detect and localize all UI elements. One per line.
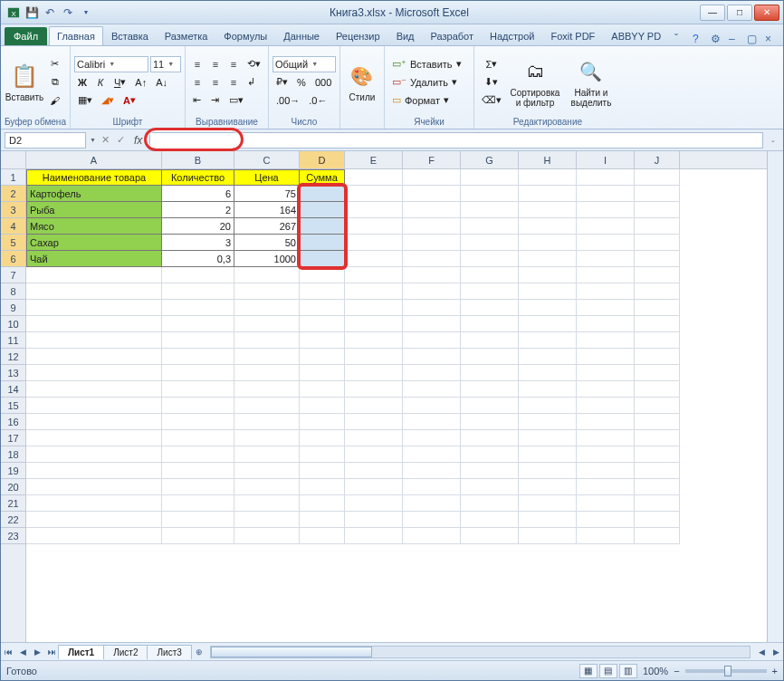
undo-icon[interactable]: ↶: [43, 5, 57, 20]
cell-H23[interactable]: [519, 528, 577, 544]
cell-D3[interactable]: [300, 202, 345, 218]
cell-J19[interactable]: [635, 463, 680, 479]
doc-restore-icon[interactable]: ▢: [747, 33, 760, 45]
cell-C5[interactable]: 50: [234, 235, 300, 251]
row-header-15[interactable]: 15: [1, 398, 25, 414]
cell-G15[interactable]: [461, 398, 519, 414]
cell-J13[interactable]: [635, 365, 680, 381]
cell-J11[interactable]: [635, 332, 680, 349]
cell-A3[interactable]: Рыба: [26, 202, 162, 218]
cell-B15[interactable]: [162, 398, 234, 414]
cell-I11[interactable]: [577, 332, 635, 349]
cell-J8[interactable]: [635, 283, 680, 300]
cell-J2[interactable]: [635, 186, 680, 202]
row-header-8[interactable]: 8: [1, 283, 25, 300]
cells-area[interactable]: Наименование товараКоличествоЦенаСуммаКа…: [26, 169, 767, 642]
page-break-view-button[interactable]: ▥: [619, 664, 637, 678]
cell-F19[interactable]: [403, 463, 461, 479]
cell-F8[interactable]: [403, 283, 461, 300]
cell-G4[interactable]: [461, 218, 519, 235]
cell-E11[interactable]: [345, 332, 403, 349]
cell-G1[interactable]: [461, 169, 519, 186]
cell-C10[interactable]: [234, 316, 300, 332]
cell-D19[interactable]: [300, 463, 345, 479]
cell-J22[interactable]: [635, 512, 680, 528]
cell-G9[interactable]: [461, 300, 519, 316]
cell-I14[interactable]: [577, 381, 635, 398]
cell-C7[interactable]: [234, 267, 300, 283]
cell-A13[interactable]: [26, 365, 162, 381]
cell-A12[interactable]: [26, 349, 162, 365]
cell-A22[interactable]: [26, 512, 162, 528]
cell-C6[interactable]: 1000: [234, 251, 300, 267]
row-header-16[interactable]: 16: [1, 414, 25, 430]
tab-разметка[interactable]: Разметка: [157, 26, 216, 45]
zoom-out-button[interactable]: −: [674, 666, 679, 676]
cell-J21[interactable]: [635, 495, 680, 512]
row-header-20[interactable]: 20: [1, 479, 25, 495]
cell-B8[interactable]: [162, 283, 234, 300]
cell-F15[interactable]: [403, 398, 461, 414]
cell-E13[interactable]: [345, 365, 403, 381]
cell-B12[interactable]: [162, 349, 234, 365]
cell-F6[interactable]: [403, 251, 461, 267]
cell-C4[interactable]: 267: [234, 218, 300, 235]
cell-H18[interactable]: [519, 446, 577, 463]
cell-D15[interactable]: [300, 398, 345, 414]
cell-F21[interactable]: [403, 495, 461, 512]
cell-J10[interactable]: [635, 316, 680, 332]
cell-E5[interactable]: [345, 235, 403, 251]
cell-G11[interactable]: [461, 332, 519, 349]
tab-рецензир[interactable]: Рецензир: [328, 26, 388, 45]
cell-C17[interactable]: [234, 430, 300, 446]
cell-B23[interactable]: [162, 528, 234, 544]
align-right-button[interactable]: ≡: [225, 74, 242, 91]
cell-F12[interactable]: [403, 349, 461, 365]
zoom-in-button[interactable]: +: [772, 666, 778, 676]
zoom-level[interactable]: 100%: [643, 666, 668, 676]
row-header-5[interactable]: 5: [1, 235, 25, 251]
cell-I21[interactable]: [577, 495, 635, 512]
cell-E18[interactable]: [345, 446, 403, 463]
cell-G18[interactable]: [461, 446, 519, 463]
cell-C22[interactable]: [234, 512, 300, 528]
cell-E16[interactable]: [345, 414, 403, 430]
normal-view-button[interactable]: ▦: [579, 664, 598, 678]
hscroll-right[interactable]: ▶: [769, 646, 783, 658]
decrease-decimal-button[interactable]: .0←: [305, 92, 330, 109]
cell-E21[interactable]: [345, 495, 403, 512]
styles-button[interactable]: 🎨 Стили: [344, 53, 380, 112]
cell-I19[interactable]: [577, 463, 635, 479]
cell-D12[interactable]: [300, 349, 345, 365]
row-header-12[interactable]: 12: [1, 349, 25, 365]
cell-H19[interactable]: [519, 463, 577, 479]
merge-button[interactable]: ▭▾: [225, 92, 247, 109]
cell-H5[interactable]: [519, 235, 577, 251]
cell-C12[interactable]: [234, 349, 300, 365]
doc-close-icon[interactable]: ×: [765, 33, 778, 45]
cell-E17[interactable]: [345, 430, 403, 446]
fx-cancel-icon[interactable]: ✕: [100, 134, 111, 146]
cell-A16[interactable]: [26, 414, 162, 430]
cell-G3[interactable]: [461, 202, 519, 218]
cell-H7[interactable]: [519, 267, 577, 283]
cell-D14[interactable]: [300, 381, 345, 398]
sheet-tab-Лист1[interactable]: Лист1: [58, 645, 104, 659]
row-header-6[interactable]: 6: [1, 251, 25, 267]
cell-E8[interactable]: [345, 283, 403, 300]
cell-A20[interactable]: [26, 479, 162, 495]
cell-F23[interactable]: [403, 528, 461, 544]
bold-button[interactable]: Ж: [74, 74, 91, 91]
sheet-tab-Лист3[interactable]: Лист3: [147, 645, 191, 659]
copy-button[interactable]: ⧉: [46, 74, 63, 91]
cell-J14[interactable]: [635, 381, 680, 398]
cell-J9[interactable]: [635, 300, 680, 316]
redo-icon[interactable]: ↷: [61, 5, 75, 20]
cell-H2[interactable]: [519, 186, 577, 202]
cell-D11[interactable]: [300, 332, 345, 349]
cell-B17[interactable]: [162, 430, 234, 446]
cell-A17[interactable]: [26, 430, 162, 446]
sheet-tab-Лист2[interactable]: Лист2: [103, 645, 148, 659]
help-icon[interactable]: ?: [693, 33, 705, 45]
cell-F16[interactable]: [403, 414, 461, 430]
